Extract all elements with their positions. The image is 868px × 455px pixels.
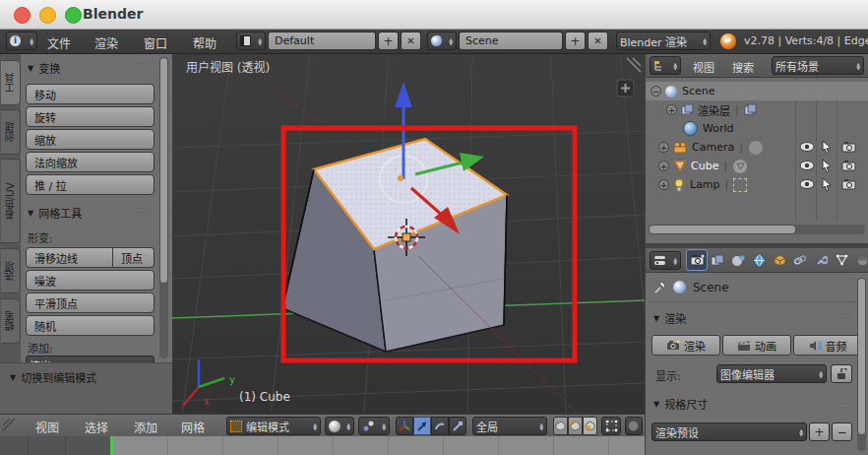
menu-add[interactable]: 添加 bbox=[134, 419, 157, 435]
outliner-row-render-layers[interactable]: + 渲染层 | bbox=[646, 100, 868, 119]
expand-expander-icon[interactable]: + bbox=[666, 104, 677, 115]
outliner-row-cube[interactable]: + Cube | bbox=[646, 157, 868, 175]
rotate-button[interactable]: 旋转 bbox=[26, 106, 155, 127]
render-animation-button[interactable]: 动画 bbox=[722, 335, 791, 356]
render-still-button[interactable]: 渲染 bbox=[651, 335, 720, 356]
tab-tools[interactable]: 工具 bbox=[1, 60, 21, 105]
shrink-fatten-button[interactable]: 法向缩放 bbox=[26, 152, 155, 172]
panel-grip-icon[interactable] bbox=[835, 396, 850, 406]
menu-view[interactable]: 视图 bbox=[35, 419, 59, 435]
outliner-item-label[interactable]: Lamp bbox=[690, 178, 720, 191]
editor-type-outliner-dropdown[interactable] bbox=[650, 56, 681, 75]
outliner-row-world[interactable]: World bbox=[646, 119, 868, 138]
orientation-dropdown[interactable]: 全局 bbox=[472, 417, 547, 435]
add-layout-button[interactable]: + bbox=[378, 32, 399, 50]
editor-type-info-dropdown[interactable]: i bbox=[6, 32, 37, 50]
randomize-button[interactable]: 随机 bbox=[26, 315, 155, 336]
outliner-item-label[interactable]: 渲染层 bbox=[698, 102, 730, 118]
minimize-window-button[interactable] bbox=[39, 7, 56, 24]
tab-material[interactable] bbox=[852, 250, 868, 270]
proportional-edit-dropdown[interactable] bbox=[625, 417, 643, 435]
tab-modifiers[interactable] bbox=[811, 250, 831, 270]
viewport-3d[interactable]: y x 用户视图 (透视) (1) Cube bbox=[172, 54, 645, 414]
tab-world[interactable] bbox=[749, 250, 769, 270]
panel-grip-icon[interactable] bbox=[136, 60, 152, 70]
scrollbar-thumb[interactable] bbox=[159, 57, 168, 284]
selectable-toggle-cursor-icon[interactable] bbox=[821, 159, 833, 172]
scrollbar-thumb[interactable] bbox=[857, 278, 866, 435]
close-window-button[interactable] bbox=[14, 7, 31, 24]
render-engine-dropdown[interactable]: Blender 渲染 bbox=[616, 32, 711, 50]
render-toggle-camera-icon[interactable] bbox=[841, 178, 856, 190]
outliner-row-scene[interactable]: − Scene bbox=[646, 82, 868, 100]
scene-icon-dropdown[interactable] bbox=[427, 32, 457, 50]
selectable-toggle-cursor-icon[interactable] bbox=[821, 140, 833, 154]
tab-constraints[interactable] bbox=[790, 250, 810, 270]
pin-icon[interactable] bbox=[653, 281, 667, 294]
scrollbar-thumb[interactable] bbox=[649, 225, 796, 234]
display-mode-dropdown[interactable]: 图像编辑器 bbox=[716, 364, 827, 383]
delete-scene-button[interactable]: ✕ bbox=[588, 32, 608, 50]
manipulator-center[interactable] bbox=[398, 175, 403, 181]
tab-scene[interactable] bbox=[728, 250, 748, 270]
screen-layout-icon-dropdown[interactable] bbox=[236, 32, 266, 50]
tab-render-layers[interactable] bbox=[708, 250, 727, 270]
lock-interface-button[interactable] bbox=[831, 364, 852, 383]
menu-select[interactable]: 选择 bbox=[85, 419, 108, 435]
expand-expander-icon[interactable]: + bbox=[658, 161, 669, 171]
current-frame-marker[interactable] bbox=[110, 436, 113, 455]
collapse-expander-icon[interactable]: − bbox=[651, 86, 661, 97]
panel-header-toggle-editmode[interactable]: 切换到编辑模式 bbox=[10, 369, 96, 385]
scene-name-field[interactable]: Scene bbox=[459, 32, 563, 50]
add-preset-button[interactable]: + bbox=[809, 422, 830, 441]
outliner-row-camera[interactable]: + Camera | bbox=[646, 138, 868, 157]
panel-header-mesh-tools[interactable]: 网格工具 bbox=[28, 205, 82, 221]
translate-button[interactable]: 移动 bbox=[26, 84, 155, 104]
face-select-mode-button[interactable] bbox=[583, 417, 597, 435]
outliner-scrollbar[interactable] bbox=[649, 225, 865, 234]
smooth-vertex-button[interactable]: 平滑顶点 bbox=[26, 292, 155, 313]
manipulator-rotate-button[interactable] bbox=[431, 417, 449, 435]
timeline-strip[interactable] bbox=[0, 436, 645, 455]
properties-scrollbar[interactable] bbox=[857, 278, 866, 451]
tab-options[interactable]: 选项 bbox=[1, 248, 21, 293]
edge-select-mode-button[interactable] bbox=[568, 417, 583, 435]
manipulator-toggle-button[interactable] bbox=[396, 417, 413, 435]
render-toggle-camera-icon[interactable] bbox=[841, 141, 856, 153]
render-presets-dropdown[interactable]: 渲染预设 bbox=[651, 422, 807, 441]
area-corner-widget[interactable] bbox=[2, 418, 18, 433]
outliner-menu-view[interactable]: 视图 bbox=[693, 59, 714, 75]
delete-layout-button[interactable]: ✕ bbox=[401, 32, 421, 50]
screen-layout-name-field[interactable]: Default bbox=[268, 32, 376, 50]
outliner-item-label[interactable]: World bbox=[703, 122, 734, 135]
cube-object[interactable] bbox=[282, 139, 507, 352]
hide-toggle-eye-icon[interactable] bbox=[799, 178, 815, 190]
remove-preset-button[interactable]: − bbox=[832, 422, 852, 441]
expand-expander-icon[interactable]: + bbox=[658, 142, 669, 153]
hide-toggle-eye-icon[interactable] bbox=[799, 141, 815, 153]
editor-type-properties-dropdown[interactable] bbox=[650, 251, 681, 270]
menu-file[interactable]: 文件 bbox=[47, 34, 71, 51]
tool-shelf-scrollbar[interactable] bbox=[159, 57, 168, 358]
viewport-shading-dropdown[interactable] bbox=[325, 417, 354, 435]
noise-button[interactable]: 噪波 bbox=[26, 270, 155, 291]
limit-selection-visible-button[interactable] bbox=[601, 417, 621, 435]
hide-toggle-eye-icon[interactable] bbox=[799, 160, 815, 171]
manipulator-scale-button[interactable] bbox=[449, 417, 466, 435]
panel-grip-icon[interactable] bbox=[136, 205, 152, 215]
panel-header-render[interactable]: 渲染 bbox=[653, 310, 686, 326]
panel-grip-icon[interactable] bbox=[835, 310, 850, 320]
manipulator-translate-button[interactable] bbox=[413, 417, 431, 435]
panel-grip-icon[interactable] bbox=[146, 369, 161, 379]
tab-shading-uv[interactable]: 着色/UV bbox=[1, 159, 21, 243]
render-audio-button[interactable]: 音频 bbox=[793, 335, 862, 356]
tab-create[interactable]: 创建 bbox=[1, 109, 21, 155]
outliner-menu-search[interactable]: 搜索 bbox=[732, 59, 754, 75]
scale-button[interactable]: 缩放 bbox=[26, 129, 155, 150]
render-toggle-camera-icon[interactable] bbox=[841, 160, 856, 171]
maximize-window-button[interactable] bbox=[65, 7, 82, 24]
outliner-item-label[interactable]: Scene bbox=[682, 85, 715, 98]
outliner-item-label[interactable]: Cube bbox=[691, 160, 718, 172]
panel-header-transform[interactable]: 变换 bbox=[28, 60, 60, 76]
show-region-plus-button[interactable] bbox=[617, 80, 634, 97]
